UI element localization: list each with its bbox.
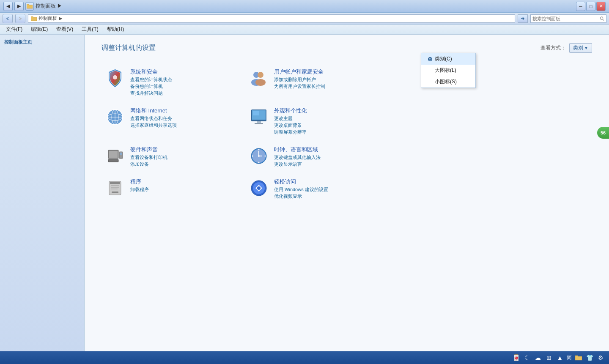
appearance-title[interactable]: 外观和个性化	[274, 107, 386, 115]
easy-access-link-1[interactable]: 使用 Windows 建议的设置	[274, 186, 386, 193]
search-input[interactable]	[532, 16, 598, 21]
nav-back-btn[interactable]	[3, 14, 13, 23]
taskbar-icon-moon[interactable]: ☾	[523, 353, 531, 362]
network-link-1[interactable]: 查看网络状态和任务	[130, 115, 242, 122]
category-easy-access: 轻松访问 使用 Windows 建议的设置 优化视频显示	[245, 173, 389, 205]
side-widget[interactable]: 56	[597, 127, 609, 139]
hardware-title[interactable]: 硬件和声音	[130, 146, 242, 153]
dropdown-category-label: 类别(C)	[435, 55, 452, 63]
back-button[interactable]: ◀	[3, 2, 13, 11]
clock-link-1[interactable]: 更改键盘或其他输入法	[274, 154, 386, 161]
hardware-text: 硬件和声音 查看设备和打印机 添加设备	[130, 146, 242, 168]
title-bar-left: ◀ ▶ 控制面板 ▶	[3, 2, 62, 11]
content-area: 调整计算机的设置 查看方式： 类别 ▼	[85, 35, 609, 351]
view-dropdown: 类别(C) 大图标(L) 小图标(S)	[421, 53, 476, 88]
clock-link-2[interactable]: 更改显示语言	[274, 161, 386, 167]
taskbar-icon-folder[interactable]	[574, 353, 583, 362]
content-header: 调整计算机的设置 查看方式： 类别 ▼	[102, 43, 592, 53]
user-link-1[interactable]: 添加或删除用户帐户	[274, 77, 386, 83]
system-link-2[interactable]: 备份您的计算机	[130, 83, 242, 90]
svg-point-5	[258, 72, 263, 78]
appearance-text: 外观和个性化 更改主题 更改桌面背景 调整屏幕分辨率	[274, 107, 386, 136]
svg-rect-37	[112, 192, 118, 193]
address-input[interactable]: 控制面板 ▶	[28, 14, 515, 23]
svg-rect-15	[253, 111, 259, 115]
view-mode-control: 查看方式： 类别 ▼	[540, 43, 592, 53]
appearance-link-1[interactable]: 更改主题	[274, 115, 386, 122]
svg-rect-22	[108, 159, 118, 162]
user-link-2[interactable]: 为所有用户设置家长控制	[274, 83, 386, 90]
svg-point-40	[257, 186, 261, 190]
maximize-button[interactable]: □	[586, 2, 595, 11]
menu-edit[interactable]: 编辑(E)	[27, 25, 51, 34]
svg-point-30	[252, 156, 253, 157]
dropdown-item-category[interactable]: 类别(C)	[421, 53, 475, 65]
address-bar: 控制面板 ▶	[0, 13, 609, 25]
side-widget-text: 56	[601, 130, 606, 135]
category-hardware: 硬件和声音 查看设备和打印机 添加设备	[102, 141, 245, 173]
clock-title[interactable]: 时钟、语言和区域	[274, 146, 386, 153]
taskbar-icon-arrow[interactable]: ▲	[556, 353, 564, 362]
sidebar: 控制面板主页	[0, 35, 85, 351]
svg-point-28	[258, 149, 260, 151]
search-box[interactable]	[530, 14, 606, 23]
svg-point-29	[258, 162, 260, 163]
appearance-link-2[interactable]: 更改桌面背景	[274, 122, 386, 129]
category-network: 网络和 Internet 查看网络状态和任务 选择家庭组和共享选项	[102, 102, 245, 141]
menu-view[interactable]: 查看(V)	[53, 25, 77, 34]
search-icon	[600, 16, 604, 21]
easy-access-icon	[249, 178, 269, 198]
programs-link-1[interactable]: 卸载程序	[130, 186, 242, 193]
appearance-link-3[interactable]: 调整屏幕分辨率	[274, 129, 386, 135]
taskbar-icon-gear[interactable]: ⚙	[596, 353, 605, 362]
svg-rect-21	[120, 153, 122, 155]
category-programs: 程序 卸载程序	[102, 173, 245, 205]
folder-icon-btn[interactable]	[25, 2, 34, 11]
taskbar-icon-grid[interactable]: ⊞	[545, 353, 553, 362]
svg-rect-16	[257, 121, 261, 123]
address-path-text: 控制面板 ▶	[36, 3, 62, 10]
programs-title[interactable]: 程序	[130, 178, 242, 186]
system-link-1[interactable]: 查看您的计算机状态	[130, 77, 242, 83]
easy-access-text: 轻松访问 使用 Windows 建议的设置 优化视频显示	[274, 178, 386, 200]
go-button[interactable]	[518, 14, 528, 23]
clock-icon	[249, 146, 269, 166]
svg-point-31	[265, 156, 266, 157]
menu-file[interactable]: 文件(F)	[3, 25, 26, 34]
menu-bar: 文件(F) 编辑(E) 查看(V) 工具(T) 帮助(H)	[0, 25, 609, 35]
page-title: 调整计算机的设置	[102, 44, 156, 52]
taskbar-text-simple: 简	[567, 354, 572, 361]
hardware-icon	[105, 146, 125, 166]
svg-rect-17	[255, 123, 263, 124]
taskbar-icon-mahjong[interactable]: 🀄	[512, 353, 520, 362]
nav-forward-btn[interactable]	[15, 14, 25, 23]
system-link-3[interactable]: 查找并解决问题	[130, 90, 242, 96]
system-security-title[interactable]: 系统和安全	[130, 68, 242, 76]
easy-access-link-2[interactable]: 优化视频显示	[274, 193, 386, 200]
dropdown-large-label: 大图标(L)	[435, 67, 456, 74]
clock-text: 时钟、语言和区域 更改键盘或其他输入法 更改显示语言	[274, 146, 386, 168]
category-clock: 时钟、语言和区域 更改键盘或其他输入法 更改显示语言	[245, 141, 389, 173]
radio-selected-icon	[428, 57, 432, 61]
network-link-2[interactable]: 选择家庭组和共享选项	[130, 122, 242, 129]
view-mode-button[interactable]: 类别 ▼	[569, 43, 592, 53]
taskbar-icon-cloud[interactable]: ☁	[534, 353, 542, 362]
user-accounts-title[interactable]: 用户帐户和家庭安全	[274, 68, 386, 76]
dropdown-item-small[interactable]: 小图标(S)	[421, 76, 475, 88]
hardware-link-2[interactable]: 添加设备	[130, 161, 242, 167]
dropdown-item-large[interactable]: 大图标(L)	[421, 65, 475, 76]
menu-help[interactable]: 帮助(H)	[104, 25, 128, 34]
title-bar: ◀ ▶ 控制面板 ▶ ─ □ ✕	[0, 0, 609, 13]
forward-button[interactable]: ▶	[14, 2, 24, 11]
system-security-text: 系统和安全 查看您的计算机状态 备份您的计算机 查找并解决问题	[130, 68, 242, 97]
menu-tools[interactable]: 工具(T)	[78, 25, 102, 34]
hardware-link-1[interactable]: 查看设备和打印机	[130, 154, 242, 161]
taskbar-icon-shirt[interactable]: 👕	[585, 353, 594, 362]
category-appearance: 外观和个性化 更改主题 更改桌面背景 调整屏幕分辨率	[245, 102, 389, 141]
easy-access-title[interactable]: 轻松访问	[274, 178, 386, 186]
user-accounts-icon	[249, 68, 269, 88]
close-button[interactable]: ✕	[596, 2, 606, 11]
programs-text: 程序 卸载程序	[130, 178, 242, 193]
network-title[interactable]: 网络和 Internet	[130, 107, 242, 115]
minimize-button[interactable]: ─	[576, 2, 585, 11]
